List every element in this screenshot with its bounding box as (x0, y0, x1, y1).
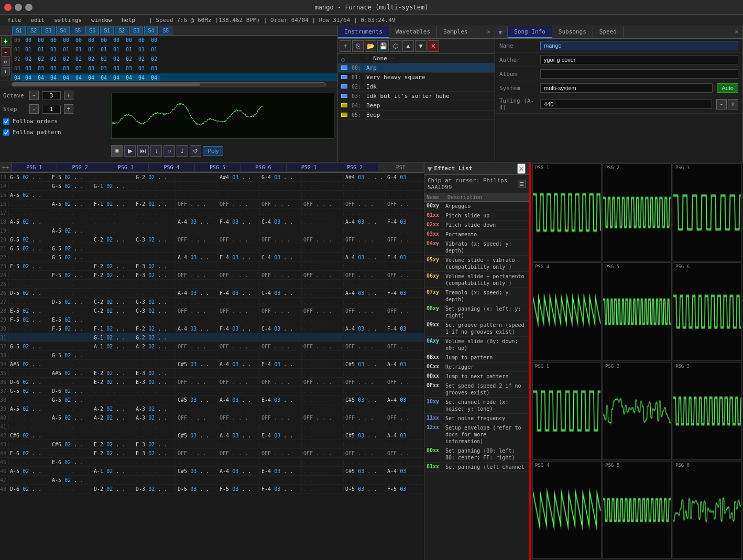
ch-btn-s1b[interactable]: S1 (100, 26, 114, 35)
inst-copy-button[interactable]: ⎘ (352, 40, 364, 52)
pattern-row-23[interactable]: 23F-5 02 . .. . . .F-2 02 . .F-3 02 . ..… (0, 262, 424, 271)
inst-item-03[interactable]: 03: Idk but it's softer hehe (338, 92, 495, 101)
maximize-button[interactable] (25, 4, 32, 11)
tab-wavetables[interactable]: Wavetables (389, 26, 437, 38)
tab-instruments[interactable]: Instruments (338, 26, 389, 38)
pattern-row-21[interactable]: 21G-5 02 . .G-5 02 . .. . . .. . . .. . … (0, 244, 424, 253)
system-input[interactable] (540, 83, 713, 93)
add-order-button[interactable]: + (1, 37, 10, 46)
pattern-row-37[interactable]: 37G-5 02 . .D-6 02 . .. . . .. . . .. . … (0, 387, 424, 396)
effect-item-0Cxx[interactable]: 0CxxRetrigger (424, 363, 529, 372)
ch-btn-s4[interactable]: S4 (56, 26, 70, 35)
inst-item-04[interactable]: 04: Beep (338, 101, 495, 111)
effect-item-10xy[interactable]: 10xySet channel mode (x: noise; y: tone) (424, 398, 529, 414)
effect-item-03xx[interactable]: 03xxPortamento (424, 230, 529, 239)
effect-item-00xy[interactable]: 00xyArpeggio (424, 202, 529, 211)
pattern-row-46[interactable]: 46A-5 02 . .. . . .A-1 02 . .. . . .C#5 … (0, 467, 424, 476)
pattern-row-34[interactable]: 34A#5 02 . .. . . .. . . .. . . .C#5 03 … (0, 360, 424, 369)
name-input[interactable] (540, 41, 738, 50)
ch-btn-s3[interactable]: S3 (41, 26, 55, 35)
mute-button[interactable]: ○ (163, 145, 175, 157)
effect-item-04xy[interactable]: 04xyVibrato (x: speed; y: depth) (424, 239, 529, 256)
pattern-row-18[interactable]: 18A-5 02 . .. . . .. . . .. . . .A-4 03 … (0, 217, 424, 226)
inst-item-02[interactable]: 02: Idk (338, 82, 495, 92)
pattern-row-44[interactable]: 44E-6 02 . .. . . .E-2 02 . .E-3 02 . .O… (0, 449, 424, 458)
pattern-row-22[interactable]: 22. . . .G-5 02 . .. . . .. . . .A-4 03 … (0, 253, 424, 262)
pattern-row-42[interactable]: 42C#6 02 . .. . . .. . . .. . . .C#5 03 … (0, 431, 424, 440)
effect-close-button[interactable]: ✕ (517, 163, 526, 174)
menu-settings[interactable]: settings (50, 16, 86, 25)
auto-button[interactable]: Auto (717, 83, 738, 93)
pattern-row-24[interactable]: 24. . . .F-5 02 . .F-2 02 . .F-3 02 . .O… (0, 271, 424, 280)
follow-orders-checkbox[interactable] (3, 118, 9, 125)
effect-item-81xx[interactable]: 81xxSet panning (left channel (424, 463, 529, 472)
effect-item-0Axy[interactable]: 0AxyVolume slide (0y: down; x0: up) (424, 337, 529, 353)
pattern-row-47[interactable]: 47. . . .A-5 02 . .. . . .. . . .. . . .… (0, 476, 424, 485)
pattern-row-25[interactable]: 25. . . .. . . .. . . .. . . .. . . .. .… (0, 280, 424, 289)
inst-delete-button[interactable]: ✕ (428, 40, 439, 52)
pattern-row-15[interactable]: 15A-5 02 . .. . . .. . . .. . . .. . . .… (0, 191, 424, 200)
ch-btn-s2[interactable]: S2 (27, 26, 40, 35)
inst-up-button[interactable]: ▲ (402, 40, 414, 52)
octave-minus[interactable]: - (29, 91, 39, 100)
menu-edit[interactable]: edit (27, 16, 49, 25)
pattern-row-43[interactable]: 43. . . .C#6 02 . .E-2 02 . .E-3 02 . ..… (0, 440, 424, 449)
tab-samples[interactable]: Samples (437, 26, 474, 38)
pattern-row-45[interactable]: 45. . . .E-6 02 . .. . . .. . . .. . . .… (0, 458, 424, 467)
effect-item-08xy[interactable]: 08xySet panning (x: left; y: right) (424, 304, 529, 321)
poly-button[interactable]: Poly (203, 146, 223, 156)
minimize-button[interactable] (15, 4, 22, 11)
inst-save-button[interactable]: 💾 (377, 40, 389, 52)
octave-plus[interactable]: + (64, 91, 73, 100)
effect-item-11xx[interactable]: 11xxSet noise frequency (424, 414, 529, 423)
ch-btn-s2b[interactable]: S2 (115, 26, 128, 35)
play-button[interactable]: ▶ (124, 145, 136, 157)
pattern-row-13[interactable]: 13G-5 02 . .F-5 02 . .. . . .G-2 02 . ..… (0, 173, 424, 182)
effect-item-09xx[interactable]: 09xxSet groove pattern (speed 1 if no gr… (424, 321, 529, 337)
menu-file[interactable]: file (3, 16, 26, 25)
inst-down-button[interactable]: ▼ (415, 40, 427, 52)
close-button[interactable] (4, 4, 12, 11)
play-pattern-button[interactable]: ⏭ (137, 145, 149, 157)
stop-button[interactable]: ■ (111, 145, 123, 157)
order-settings[interactable]: ⚙ (2, 58, 10, 66)
pattern-row-33[interactable]: 33. . . .G-5 02 . .. . . .. . . .. . . .… (0, 351, 424, 360)
inst-tree-button[interactable]: ⬡ (390, 40, 401, 52)
menu-help[interactable]: help (117, 16, 140, 25)
effect-item-06xy[interactable]: 06xyVolume slide + portamento (compatibi… (424, 272, 529, 288)
ch-btn-s4b[interactable]: S4 (144, 26, 158, 35)
ch-btn-s6[interactable]: S6 (85, 26, 99, 35)
order-cursor[interactable]: ↕ (2, 67, 10, 75)
follow-pattern-checkbox[interactable] (3, 129, 9, 136)
pattern-row-19[interactable]: 19. . . .A-5 02 . .. . . .. . . .. . . .… (0, 226, 424, 235)
effect-item-0Fxx[interactable]: 0FxxSet speed (speed 2 if no grooves exi… (424, 381, 529, 398)
songinfo-close[interactable]: ✕ (730, 26, 742, 38)
effect-chip-menu[interactable]: ☰ (518, 180, 526, 188)
effect-item-05xy[interactable]: 05xyVolume slide + vibrato (compatibilit… (424, 256, 529, 272)
inst-item-01[interactable]: 01: Very heavy square (338, 73, 495, 82)
pattern-row-48[interactable]: 48D-6 02 . .. . . .D-2 02 . .D-3 02 . .D… (0, 485, 424, 493)
instruments-close[interactable]: ✕ (483, 26, 495, 38)
inst-item-00[interactable]: 00: Arp (338, 63, 495, 73)
pattern-rows-container[interactable]: 13G-5 02 . .F-5 02 . .. . . .G-2 02 . ..… (0, 173, 424, 560)
ch-btn-s5[interactable]: S5 (71, 26, 84, 35)
tuning-minus[interactable]: - (716, 99, 727, 109)
pattern-row-40[interactable]: 40. . . .A-5 02 . .A-2 02 . .A-3 02 . .O… (0, 413, 424, 422)
pattern-row-17[interactable]: 17. . . .. . . .. . . .. . . .. . . .. .… (0, 208, 424, 217)
effect-item-01xx[interactable]: 01xxPitch slide up (424, 211, 529, 221)
pattern-row-16[interactable]: 16. . . .A-5 02 . .F-1 02 . .F-2 02 . .O… (0, 200, 424, 208)
inst-add-button[interactable]: + (340, 40, 351, 52)
effect-item-80xx[interactable]: 80xxSet panning (00: left; 80: center; F… (424, 446, 529, 463)
pattern-row-39[interactable]: 39A-5 02 . .. . . .A-2 02 . .A-3 02 . ..… (0, 404, 424, 413)
tab-song-info[interactable]: Song Info (508, 26, 552, 38)
step-plus[interactable]: + (64, 104, 73, 114)
tab-subsongs[interactable]: Subsongs (552, 26, 593, 38)
pattern-row-28[interactable]: 28E-5 02 . .. . . .C-2 02 . .C-3 02 . .O… (0, 306, 424, 315)
effect-item-0Bxx[interactable]: 0BxxJump to pattern (424, 353, 529, 363)
del-order-button[interactable]: - (1, 47, 10, 57)
album-input[interactable] (540, 69, 738, 79)
pattern-row-38[interactable]: 38. . . .G-5 02 . .. . . .. . . .C#5 03 … (0, 396, 424, 404)
pattern-row-26[interactable]: 26D-5 02 . .. . . .. . . .. . . .A-4 03 … (0, 289, 424, 298)
ch-btn-s5b[interactable]: S5 (159, 26, 172, 35)
pattern-row-31[interactable]: 31. . . .. . . .G-1 02 . .G-2 02 . .. . … (0, 333, 424, 342)
